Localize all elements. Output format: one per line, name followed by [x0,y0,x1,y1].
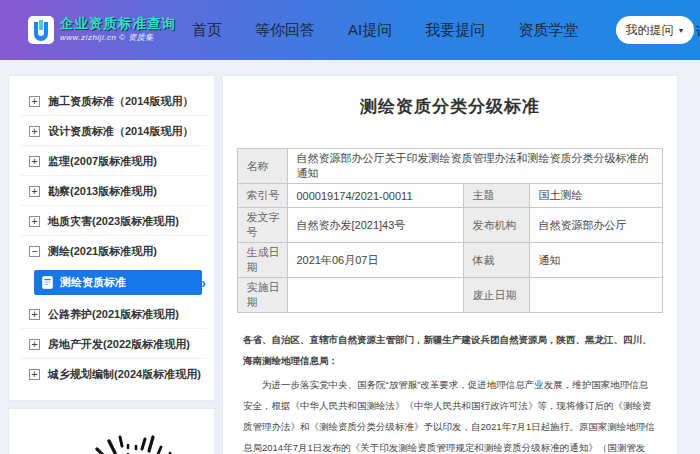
table-row: 索引号 000019174/2021-00011 主题 国土测绘 [238,184,662,208]
table-row: 生成日期 2021年06月07日 体裁 通知 [238,243,662,278]
field-label: 废止日期 [464,278,530,313]
body-paragraph: 为进一步落实党中央、国务院“放管服”改革要求，促进地理信息产业发展，维护国家地理… [243,374,657,454]
field-label: 体裁 [464,243,530,278]
sidebar-item-real-estate[interactable]: + 房地产开发(2022版标准现用) [9,329,214,359]
field-label: 生成日期 [238,243,288,278]
document-icon [42,276,53,289]
sidebar-item-mapping[interactable]: − 测绘(2021版标准现用) [9,236,214,266]
chevron-down-icon: ▼ [678,27,685,34]
sidebar-item-road-maintenance[interactable]: + 公路养护(2021版标准现用) [9,299,214,329]
field-value: 自然资源部办公厅关于印发测绘资质管理办法和测绘资质分类分级标准的通知 [288,149,662,184]
collapse-icon[interactable]: − [29,246,40,257]
expand-icon[interactable]: + [29,369,40,380]
category-sidebar: + 施工资质标准（2014版现用） + 设计资质标准（2014版现用） + 监理… [8,75,215,401]
logo-subtitle: www.zizhiji.cn © 资质集 [60,34,176,43]
chevron-right-icon[interactable]: › [201,275,206,291]
sidebar-item-urban-planning[interactable]: + 城乡规划编制(2024版标准现用) [9,359,214,389]
expand-icon[interactable]: + [29,309,40,320]
page-title: 测绘资质分类分级标准 [223,95,677,118]
expand-icon[interactable]: + [29,186,40,197]
top-navbar: 企业资质标准查询 www.zizhiji.cn © 资质集 首页 等你回答 AI… [0,0,700,60]
site-logo[interactable]: 企业资质标准查询 www.zizhiji.cn © 资质集 [28,16,176,44]
field-label: 索引号 [238,184,288,208]
field-label: 主题 [464,184,530,208]
expand-icon[interactable]: + [29,339,40,350]
field-label: 名称 [238,149,288,184]
nav-item-qualification-school[interactable]: 资质学堂 [518,21,578,40]
field-value [530,278,662,313]
sidebar-subitem-row: 测绘资质标准 › [9,266,214,299]
my-questions-label: 我的提问 [626,22,674,39]
table-row: 发文字号 自然资办发[2021]43号 发布机构 自然资源部办公厅 [238,208,662,243]
nav-item-ai-ask[interactable]: AI提问 [348,21,392,40]
document-body: 各省、自治区、直辖市自然资源主管部门，新疆生产建设兵团自然资源局，陕西、黑龙江、… [223,313,677,454]
promo-card [8,408,215,454]
sidebar-item-geohazard[interactable]: + 地质灾害(2023版标准现用) [9,206,214,236]
sidebar-item-design[interactable]: + 设计资质标准（2014版现用） [9,116,214,146]
expand-icon[interactable]: + [29,156,40,167]
nav-item-ask-question[interactable]: 我要提问 [425,21,485,40]
nav-item-waiting-answers[interactable]: 等你回答 [255,21,315,40]
my-questions-button[interactable]: 我的提问 ▼ [616,16,694,44]
document-info-table: 名称 自然资源部办公厅关于印发测绘资质管理办法和测绘资质分类分级标准的通知 索引… [237,148,662,313]
sidebar-item-construction[interactable]: + 施工资质标准（2014版现用） [9,86,214,116]
expand-icon[interactable]: + [29,96,40,107]
field-value [288,278,464,313]
table-row: 名称 自然资源部办公厅关于印发测绘资质管理办法和测绘资质分类分级标准的通知 [238,149,662,184]
field-value: 自然资源部办公厅 [530,208,662,243]
field-value: 000019174/2021-00011 [288,184,464,208]
article-panel: 测绘资质分类分级标准 名称 自然资源部办公厅关于印发测绘资质管理办法和测绘资质分… [222,75,678,454]
expand-icon[interactable]: + [29,216,40,227]
burst-decoration [87,431,187,454]
table-row: 实施日期 废止日期 [238,278,662,313]
field-value: 自然资办发[2021]43号 [288,208,464,243]
field-value: 2021年06月07日 [288,243,464,278]
logo-title: 企业资质标准查询 [60,17,176,32]
salutation-paragraph: 各省、自治区、直辖市自然资源主管部门，新疆生产建设兵团自然资源局，陕西、黑龙江、… [243,329,657,371]
nav-partial-text[interactable]: 请 [696,23,700,41]
logo-icon [28,16,54,44]
field-value: 通知 [530,243,662,278]
field-value: 国土测绘 [530,184,662,208]
sidebar-subitem-mapping-standard[interactable]: 测绘资质标准 [34,270,202,295]
field-label: 发布机构 [464,208,530,243]
nav-item-home[interactable]: 首页 [192,21,222,40]
sidebar-item-supervision[interactable]: + 监理(2007版标准现用) [9,146,214,176]
main-nav: 首页 等你回答 AI提问 我要提问 资质学堂 [192,21,578,40]
expand-icon[interactable]: + [29,126,40,137]
sidebar-item-survey[interactable]: + 勘察(2013版标准现用) [9,176,214,206]
field-label: 实施日期 [238,278,288,313]
field-label: 发文字号 [238,208,288,243]
